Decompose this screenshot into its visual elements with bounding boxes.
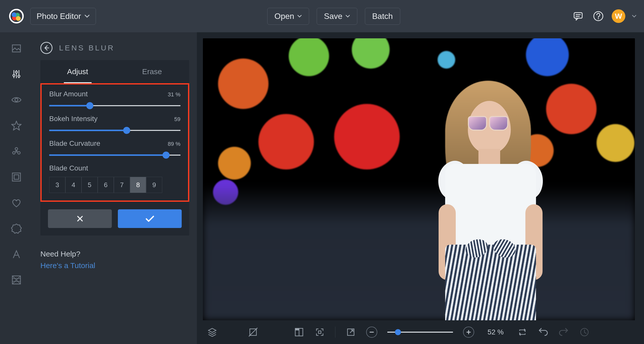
blade-option-6[interactable]: 6: [98, 177, 114, 193]
zoom-slider[interactable]: [387, 330, 453, 335]
svg-rect-23: [14, 175, 19, 179]
app-mode-selector[interactable]: Photo Editor: [30, 8, 96, 25]
blur-amount-control: Blur Amount 31 %: [49, 90, 180, 108]
svg-rect-22: [12, 173, 20, 181]
undo-icon[interactable]: [538, 327, 548, 337]
svg-point-19: [13, 152, 15, 154]
cancel-button[interactable]: [48, 209, 112, 228]
apply-button[interactable]: [118, 209, 182, 228]
feedback-icon[interactable]: [571, 9, 585, 23]
heart-tool-icon[interactable]: [10, 197, 22, 209]
blade-option-8[interactable]: 8: [130, 177, 146, 193]
image-canvas[interactable]: [203, 38, 635, 320]
zoom-in-button[interactable]: [463, 327, 474, 338]
zoom-out-button[interactable]: [366, 327, 377, 338]
redo-icon[interactable]: [558, 327, 569, 337]
crop-icon[interactable]: [248, 327, 258, 337]
bokeh-intensity-slider[interactable]: [49, 128, 180, 133]
blade-option-7[interactable]: 7: [114, 177, 130, 193]
svg-point-21: [16, 151, 17, 152]
popout-icon[interactable]: [345, 327, 356, 337]
topbar-right-group: W: [571, 9, 636, 23]
svg-point-3: [16, 16, 21, 21]
blade-curvature-slider[interactable]: [49, 153, 180, 158]
tab-adjust[interactable]: Adjust: [40, 60, 115, 83]
layers-icon[interactable]: [207, 327, 218, 337]
badge-tool-icon[interactable]: [10, 222, 22, 235]
check-icon: [145, 215, 154, 222]
save-label: Save: [324, 12, 342, 21]
adjust-card: Adjust Erase Blur Amount 31 % Bokeh Inte…: [40, 60, 189, 236]
svg-point-9: [598, 18, 599, 19]
svg-rect-5: [574, 13, 582, 18]
tab-adjust-label: Adjust: [67, 67, 88, 76]
image-tool-icon[interactable]: [10, 42, 22, 54]
frame-tool-icon[interactable]: [10, 171, 22, 183]
close-icon: [76, 215, 84, 222]
blade-option-3[interactable]: 3: [49, 177, 65, 193]
fullscreen-icon[interactable]: [314, 327, 325, 337]
blade-curvature-label: Blade Curvature: [49, 139, 100, 148]
svg-point-20: [18, 152, 20, 154]
open-button[interactable]: Open: [267, 8, 309, 25]
texture-tool-icon[interactable]: [10, 274, 22, 286]
bokeh-intensity-control: Bokeh Intensity 59: [49, 115, 180, 133]
blade-count-selector: 3 4 5 6 7 8 9: [49, 177, 180, 193]
compare-split-icon[interactable]: [294, 327, 304, 337]
text-tool-icon[interactable]: [10, 248, 22, 260]
plus-icon: [466, 330, 471, 335]
save-button[interactable]: Save: [317, 8, 357, 25]
chevron-down-icon: [85, 14, 90, 18]
tab-erase-label: Erase: [142, 67, 162, 76]
avatar-initial: W: [615, 12, 622, 20]
settings-panel: LENS BLUR Adjust Erase Blur Amount 31 %: [33, 32, 197, 344]
history-icon[interactable]: [579, 327, 590, 337]
svg-rect-33: [295, 328, 299, 330]
back-button[interactable]: [40, 42, 52, 54]
blade-option-4[interactable]: 4: [65, 177, 82, 193]
panel-title: LENS BLUR: [59, 44, 115, 52]
blade-count-label: Blade Count: [49, 164, 180, 172]
topbar-center-group: Open Save Batch: [101, 8, 566, 25]
bottom-toolbar: 52 %: [197, 320, 644, 344]
chevron-down-icon: [345, 15, 350, 18]
blur-amount-slider[interactable]: [49, 103, 180, 108]
svg-rect-34: [318, 331, 321, 333]
bokeh-intensity-value: 59: [174, 116, 180, 123]
tutorial-link[interactable]: Here's a Tutorial: [40, 261, 189, 270]
controls-group-highlighted: Blur Amount 31 % Bokeh Intensity 59: [40, 83, 189, 202]
loop-icon[interactable]: [517, 327, 528, 337]
svg-point-4: [12, 12, 16, 17]
svg-point-16: [18, 75, 20, 77]
minus-icon: [369, 330, 374, 335]
help-icon[interactable]: [592, 9, 605, 23]
blade-curvature-value: 89 %: [168, 141, 180, 147]
svg-point-15: [15, 71, 17, 73]
open-label: Open: [275, 12, 294, 21]
zoom-level-text: 52 %: [484, 328, 507, 336]
tab-erase[interactable]: Erase: [115, 60, 189, 83]
bokeh-intensity-label: Bokeh Intensity: [49, 115, 97, 123]
batch-label: Batch: [372, 12, 393, 21]
star-tool-icon[interactable]: [10, 120, 22, 132]
blur-amount-label: Blur Amount: [49, 90, 88, 98]
batch-button[interactable]: Batch: [365, 8, 400, 25]
effects-tool-icon[interactable]: [10, 145, 22, 157]
canvas-area: 52 %: [197, 32, 644, 344]
blur-amount-value: 31 %: [168, 91, 180, 98]
adjust-tool-icon[interactable]: [10, 68, 22, 80]
blade-option-9[interactable]: 9: [146, 177, 162, 193]
chevron-down-icon[interactable]: [632, 15, 636, 18]
svg-point-14: [13, 74, 15, 76]
tool-rail: [0, 32, 33, 344]
help-title: Need Help?: [40, 250, 189, 258]
help-section: Need Help? Here's a Tutorial: [40, 250, 189, 270]
chevron-down-icon: [297, 15, 302, 18]
blade-option-5[interactable]: 5: [82, 177, 98, 193]
user-avatar[interactable]: W: [612, 9, 625, 23]
svg-rect-10: [12, 45, 20, 52]
top-toolbar: Photo Editor Open Save Batch W: [0, 0, 644, 32]
subject-figure: [427, 73, 549, 320]
svg-point-17: [15, 98, 18, 101]
eye-tool-icon[interactable]: [10, 94, 22, 106]
